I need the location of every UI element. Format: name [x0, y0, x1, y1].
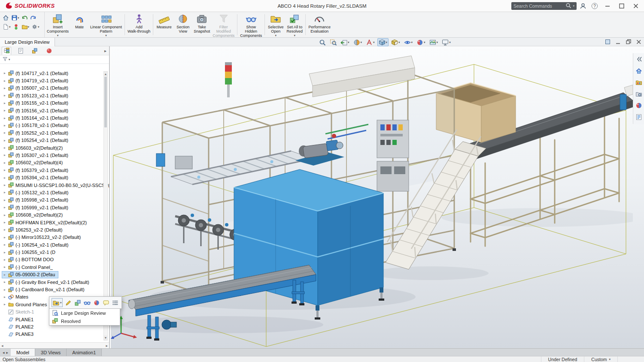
- performance-button[interactable]: PerformanceEvaluation: [307, 12, 332, 37]
- dropdown-caret-icon[interactable]: ▾: [38, 25, 39, 28]
- tree-item[interactable]: ▸(-) BOTTOM DOO: [2, 256, 57, 263]
- tree-item[interactable]: ▸(-) Cardboard Box_v2-1 (Default): [2, 286, 88, 293]
- custom-properties-button[interactable]: [635, 114, 642, 121]
- dropdown-caret-icon[interactable]: ▾: [60, 301, 62, 304]
- tree-item[interactable]: ▸105603_v2(Default)(2): [2, 144, 66, 151]
- expand-arrow-icon[interactable]: ▸: [3, 258, 7, 262]
- tree-item[interactable]: ▸(f) 105307_v2-1 (Default): [2, 151, 72, 159]
- expand-arrow-icon[interactable]: ▸: [3, 288, 7, 292]
- tab-animation1[interactable]: Animation1: [67, 349, 102, 356]
- scroll-left-icon[interactable]: ◂: [1, 344, 3, 348]
- hide-button[interactable]: [83, 299, 91, 307]
- selective-open-button[interactable]: SelectiveOpen▾: [266, 12, 285, 37]
- tree-item[interactable]: ▸(f) 105156_v2-1 (Default): [2, 107, 72, 114]
- tree-item[interactable]: ▸(f) 105394_v2-1 (Default): [2, 174, 72, 181]
- open-document-button[interactable]: ▾: [52, 298, 63, 307]
- tree-item[interactable]: ▸(-) Gravity Box Feed_v2-1 (Default): [2, 278, 93, 286]
- 3d-model-view[interactable]: [111, 48, 633, 348]
- tree-item[interactable]: ▸Ground Planes: [2, 301, 50, 308]
- expand-arrow-icon[interactable]: ▸: [3, 116, 7, 120]
- expand-arrow-icon[interactable]: ▸: [3, 139, 7, 142]
- tree-item[interactable]: ▸(f) 105164_v2-1 (Default): [2, 114, 72, 121]
- new-document-button[interactable]: ▾: [2, 23, 12, 31]
- tab-large-design-review[interactable]: Large Design Review: [0, 38, 55, 46]
- expand-arrow-icon[interactable]: ▸: [3, 205, 7, 209]
- tree-item[interactable]: ▸(-) 105178_v2-1 (Default): [2, 122, 72, 129]
- menu-item-resolved[interactable]: Resolved: [49, 317, 120, 325]
- window-minimize-button[interactable]: [601, 1, 614, 11]
- tree-item[interactable]: ▸HOFFMAN E1PBX_v2(Default)(2): [2, 219, 90, 226]
- new-window-button[interactable]: [605, 39, 611, 46]
- expand-arrow-icon[interactable]: ▸: [3, 146, 7, 150]
- tab-model[interactable]: Model: [11, 349, 35, 356]
- open-button[interactable]: ▾: [21, 23, 30, 31]
- scroll-up-icon[interactable]: ▲: [104, 72, 107, 76]
- tree-item[interactable]: PLANE2: [2, 323, 37, 330]
- tree-item[interactable]: ▸105602_v2(Default)(4): [2, 159, 66, 166]
- dropdown-caret-icon[interactable]: ▾: [275, 34, 277, 37]
- filter-funnel-icon[interactable]: [2, 56, 8, 63]
- undo-button[interactable]: [21, 14, 29, 22]
- tree-item[interactable]: Sketch-1: [2, 308, 37, 316]
- expand-arrow-icon[interactable]: ▸: [3, 265, 7, 269]
- dropdown-caret-icon[interactable]: ▾: [105, 34, 107, 37]
- expand-arrow-icon[interactable]: ▸: [3, 235, 7, 239]
- dropdown-caret-icon[interactable]: ▾: [411, 41, 413, 44]
- configurations-tab[interactable]: [30, 47, 39, 55]
- display-style-button[interactable]: ▾: [390, 38, 401, 46]
- expand-arrow-icon[interactable]: ▸: [3, 86, 7, 90]
- dropdown-caret-icon[interactable]: ▾: [348, 41, 349, 44]
- dropdown-caret-icon[interactable]: ▾: [386, 41, 388, 44]
- tree-item[interactable]: ▸(f) 105007_v2-1 (Default): [2, 84, 72, 92]
- tree-item[interactable]: ▸(-) 106254_v2-1 (Default): [2, 241, 72, 248]
- expand-arrow-icon[interactable]: ▸: [3, 161, 7, 165]
- expand-arrow-icon[interactable]: ▸: [3, 124, 7, 127]
- tree-horizontal-scrollbar[interactable]: ◂ ▸: [0, 342, 109, 348]
- tree-item[interactable]: ▸(f) 105379_v2-1 (Default): [2, 166, 72, 174]
- rebuild-button[interactable]: [12, 23, 20, 31]
- tree-item[interactable]: PLANE1: [2, 316, 37, 323]
- tree-item[interactable]: ▸(f) 105252_v2-1 (Default): [2, 129, 72, 136]
- tree-item[interactable]: ▸(-) 106255_v2-1 (D: [2, 248, 59, 256]
- dropdown-caret-icon[interactable]: ▾: [18, 16, 19, 19]
- resolved-cube-button[interactable]: [74, 299, 82, 307]
- expand-arrow-icon[interactable]: ▸: [3, 176, 7, 180]
- tree-item[interactable]: ▸(f) 105999_v2-1 (Default): [2, 204, 72, 211]
- file-explorer-button[interactable]: [635, 90, 642, 98]
- section-view-button[interactable]: ▾: [352, 38, 364, 46]
- edit-appearance-button[interactable]: ▾: [415, 38, 427, 46]
- tree-item[interactable]: ▸(f) 104717_v2-1 (Default): [2, 69, 72, 77]
- previous-view-button[interactable]: ▾: [339, 38, 351, 46]
- help-button[interactable]: ?: [589, 1, 600, 11]
- search-input[interactable]: [513, 3, 564, 9]
- tree-item[interactable]: ▸(f) 105254_v2-1 (Default): [2, 137, 72, 144]
- search-dropdown-caret-icon[interactable]: ▾: [573, 4, 574, 7]
- set-resolved-button[interactable]: Set All toResolved▾: [285, 12, 304, 37]
- edit-button[interactable]: [64, 299, 72, 307]
- electrical-cabinet[interactable]: [377, 120, 409, 191]
- dropdown-caret-icon[interactable]: ▾: [57, 34, 59, 37]
- appearance-button[interactable]: [93, 299, 100, 307]
- linear-pattern-button[interactable]: Linear ComponentPattern▾: [89, 12, 123, 37]
- tree-item[interactable]: ▸(-) Mirror105123_v2-2 (Default): [2, 234, 84, 241]
- expand-arrow-icon[interactable]: ▸: [3, 198, 7, 202]
- walkthrough-button[interactable]: AddWalk-through: [126, 12, 152, 37]
- tree-item[interactable]: ▸05-09000-2 (Defau: [2, 271, 58, 278]
- list-button[interactable]: [112, 299, 119, 307]
- expand-arrow-icon[interactable]: ▸: [3, 71, 7, 75]
- expand-arrow-icon[interactable]: ▸: [3, 153, 7, 157]
- expand-arrow-icon[interactable]: ▸: [3, 295, 7, 299]
- hide-show-items-button[interactable]: ▾: [403, 38, 414, 46]
- apply-scene-button[interactable]: ▾: [428, 38, 440, 46]
- tabs-scroll-right-icon[interactable]: ▸: [6, 350, 9, 355]
- annotations-button[interactable]: ▾: [365, 38, 376, 46]
- expand-arrow-icon[interactable]: ▸: [3, 101, 7, 105]
- design-library-button[interactable]: [635, 79, 642, 87]
- search-icon[interactable]: [565, 3, 571, 9]
- command-search[interactable]: ▾: [511, 2, 577, 10]
- tree-item[interactable]: ▸MISUMI U-SSCSP1.00-B0.50_v2(U-SSCSP(304…: [2, 181, 109, 189]
- dropdown-caret-icon[interactable]: ▾: [437, 41, 438, 44]
- view-settings-button[interactable]: ▾: [440, 38, 452, 46]
- features-tab[interactable]: [2, 47, 11, 55]
- expand-arrow-icon[interactable]: ▸: [3, 280, 7, 284]
